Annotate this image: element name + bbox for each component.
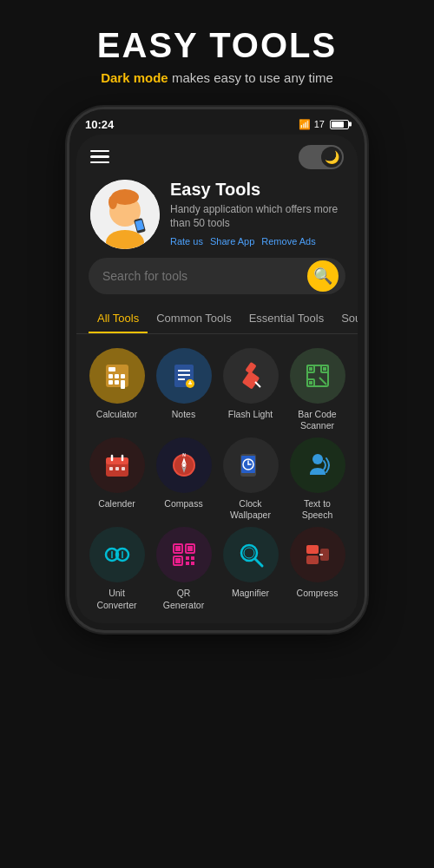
search-input[interactable] bbox=[102, 269, 307, 283]
svg-rect-65 bbox=[186, 562, 189, 565]
svg-rect-8 bbox=[108, 367, 115, 372]
phone-screen: 🌙 bbox=[76, 135, 358, 624]
svg-rect-71 bbox=[306, 556, 319, 564]
clock-wallpaper-label: ClockWallpaper bbox=[230, 498, 271, 522]
tool-tabs: All Tools Common Tools Essential Tools S… bbox=[76, 305, 358, 334]
flashlight-label: Flash Light bbox=[228, 409, 273, 421]
page-title: EASY TOOLS bbox=[97, 26, 337, 65]
search-bar: 🔍 bbox=[89, 258, 345, 294]
page-subtitle: Dark mode makes easy to use any time bbox=[101, 69, 333, 89]
app-links: Rate us Share App Remove Ads bbox=[170, 236, 344, 247]
svg-rect-39 bbox=[122, 467, 125, 470]
svg-rect-63 bbox=[186, 556, 189, 560]
compress-label: Compress bbox=[297, 588, 339, 600]
magnifier-label: Magnifier bbox=[232, 588, 269, 600]
svg-rect-64 bbox=[191, 556, 194, 560]
svg-rect-23 bbox=[241, 371, 260, 389]
svg-rect-12 bbox=[108, 380, 113, 385]
svg-point-4 bbox=[108, 195, 117, 209]
svg-point-44 bbox=[182, 464, 186, 467]
dark-mode-toggle[interactable]: 🌙 bbox=[299, 145, 344, 169]
svg-rect-62 bbox=[175, 558, 181, 563]
compress-icon bbox=[290, 527, 345, 582]
tool-magnifier[interactable]: Magnifier bbox=[219, 527, 282, 611]
moon-icon: 🌙 bbox=[325, 150, 339, 164]
barcode-icon bbox=[290, 348, 345, 404]
status-icons: 📶 17 bbox=[299, 119, 349, 130]
notes-label: Notes bbox=[172, 409, 195, 421]
barcode-label: Bar CodeScanner bbox=[298, 409, 336, 432]
app-description: Handy application which offers more than… bbox=[170, 202, 344, 232]
remove-ads-link[interactable]: Remove Ads bbox=[261, 236, 315, 247]
subtitle-rest: makes easy to use any time bbox=[168, 70, 333, 85]
svg-line-32 bbox=[319, 378, 326, 385]
tab-sound[interactable]: Sound bbox=[332, 305, 358, 333]
tab-essential-tools[interactable]: Essential Tools bbox=[240, 305, 332, 333]
svg-rect-30 bbox=[323, 367, 326, 371]
hamburger-menu[interactable] bbox=[90, 150, 109, 164]
svg-rect-14 bbox=[121, 380, 125, 389]
tool-clock-wallpaper[interactable]: ClockWallpaper bbox=[219, 437, 282, 522]
status-bar: 10:24 📶 17 bbox=[69, 109, 365, 135]
tool-calculator[interactable]: Calculator bbox=[85, 348, 148, 432]
svg-rect-9 bbox=[108, 374, 113, 378]
tts-label: Text toSpeech bbox=[302, 498, 333, 522]
svg-line-24 bbox=[255, 382, 260, 387]
svg-rect-70 bbox=[306, 545, 319, 554]
svg-rect-66 bbox=[191, 562, 194, 565]
svg-rect-37 bbox=[109, 467, 113, 470]
calendar-icon bbox=[89, 437, 145, 493]
tool-qr[interactable]: QRGenerator bbox=[152, 527, 215, 611]
svg-rect-11 bbox=[121, 374, 125, 378]
tool-compress[interactable]: Compress bbox=[286, 527, 349, 611]
qr-icon bbox=[156, 527, 212, 582]
svg-rect-60 bbox=[187, 546, 193, 551]
unit-label: UnitConverter bbox=[96, 588, 136, 611]
svg-text:N: N bbox=[182, 452, 186, 457]
svg-rect-29 bbox=[309, 367, 312, 371]
search-icon: 🔍 bbox=[313, 266, 332, 286]
svg-rect-38 bbox=[115, 467, 119, 470]
toggle-knob: 🌙 bbox=[321, 147, 342, 168]
phone-shell: 10:24 📶 17 🌙 bbox=[69, 109, 365, 631]
tool-unit[interactable]: UnitConverter bbox=[85, 527, 148, 611]
calendar-label: Calender bbox=[98, 498, 135, 510]
tools-grid: Calculator Notes bbox=[76, 339, 358, 624]
tab-all-tools[interactable]: All Tools bbox=[89, 305, 148, 333]
svg-rect-34 bbox=[106, 457, 128, 464]
app-info-section: Easy Tools Handy application which offer… bbox=[76, 176, 358, 258]
signal-text: 17 bbox=[314, 119, 325, 129]
notes-icon bbox=[156, 348, 212, 404]
svg-line-69 bbox=[255, 559, 262, 566]
app-name: Easy Tools bbox=[170, 180, 344, 200]
flashlight-icon bbox=[223, 348, 279, 404]
wifi-icon: 📶 bbox=[299, 119, 311, 130]
tool-tts[interactable]: Text toSpeech bbox=[286, 437, 349, 522]
tool-compass[interactable]: N Compass bbox=[152, 437, 215, 522]
compass-label: Compass bbox=[164, 498, 202, 510]
calculator-icon bbox=[89, 348, 145, 404]
svg-rect-31 bbox=[309, 381, 312, 385]
rate-us-link[interactable]: Rate us bbox=[170, 236, 203, 247]
search-button[interactable]: 🔍 bbox=[307, 260, 339, 292]
tool-flashlight[interactable]: Flash Light bbox=[219, 348, 282, 432]
calculator-label: Calculator bbox=[96, 409, 137, 421]
app-details: Easy Tools Handy application which offer… bbox=[170, 180, 344, 247]
clock-wallpaper-icon bbox=[223, 437, 279, 493]
subtitle-highlight: Dark mode bbox=[101, 70, 168, 85]
tab-common-tools[interactable]: Common Tools bbox=[148, 305, 240, 333]
svg-rect-10 bbox=[115, 374, 119, 378]
status-time: 10:24 bbox=[85, 118, 114, 131]
battery-icon bbox=[330, 120, 349, 129]
svg-point-51 bbox=[312, 454, 323, 464]
magnifier-icon bbox=[223, 527, 279, 582]
qr-label: QRGenerator bbox=[163, 588, 204, 611]
share-app-link[interactable]: Share App bbox=[210, 236, 254, 247]
avatar bbox=[90, 180, 160, 249]
tool-barcode[interactable]: Bar CodeScanner bbox=[286, 348, 349, 432]
svg-rect-13 bbox=[115, 380, 119, 385]
tool-notes[interactable]: Notes bbox=[152, 348, 215, 432]
unit-icon bbox=[89, 527, 145, 582]
compass-icon: N bbox=[156, 437, 212, 493]
tool-calendar[interactable]: Calender bbox=[85, 437, 148, 522]
